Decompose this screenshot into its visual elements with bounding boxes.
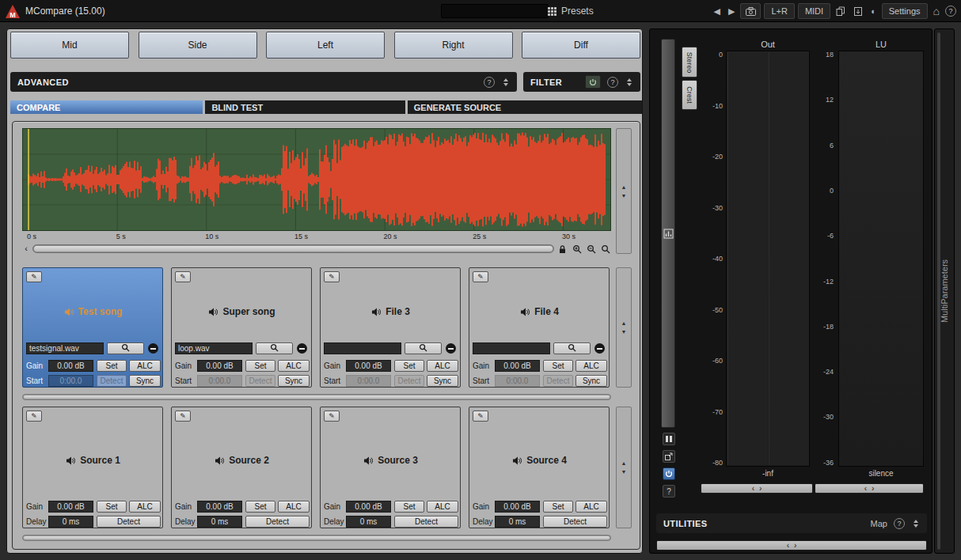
file-path-input[interactable] [324, 342, 401, 354]
help-button[interactable]: ? [945, 6, 956, 17]
sync-button[interactable]: Sync [129, 375, 161, 387]
sync-button[interactable]: Sync [427, 375, 458, 387]
delay-detect-button[interactable]: Detect [97, 516, 161, 528]
edit-slot-button[interactable]: ✎ [175, 411, 191, 422]
gain-set-button[interactable]: Set [543, 501, 573, 513]
delay-detect-button[interactable]: Detect [394, 516, 458, 528]
zoom-fit-button[interactable] [599, 244, 611, 254]
theme-toggle-button[interactable]: ◐ [868, 3, 879, 19]
row1-scroll-up-button[interactable]: ▲ [621, 320, 627, 326]
scrollbar-thumb[interactable] [24, 395, 610, 399]
browse-file-button[interactable] [405, 342, 442, 354]
mode-tab[interactable]: BLIND TEST [205, 100, 405, 114]
crest-meter-tab[interactable]: Crest [682, 80, 697, 110]
comparison-slot[interactable]: ✎ Test song Gain 0.00 dB Set ALC [22, 267, 163, 388]
out-meter-scrollbar[interactable]: ‹ › [701, 483, 813, 494]
source-slot[interactable]: ✎ Source 2 Gain 0.00 dB Set ALC Delay 0 … [171, 407, 312, 528]
sync-button[interactable]: Sync [278, 375, 310, 387]
delay-detect-button[interactable]: Detect [543, 516, 607, 528]
comparison-slot[interactable]: ✎ Super song Gain 0.00 dB Set ALC [171, 267, 312, 388]
gain-set-button[interactable]: Set [543, 360, 573, 372]
file-path-input[interactable] [473, 342, 550, 354]
source-slot[interactable]: ✎ Source 4 Gain 0.00 dB Set ALC Delay 0 … [469, 407, 610, 528]
edit-slot-button[interactable]: ✎ [324, 411, 340, 422]
row1-scroll-down-button[interactable]: ▼ [621, 329, 627, 335]
mode-tab[interactable]: COMPARE [10, 100, 203, 114]
source-slot[interactable]: ✎ Source 3 Gain 0.00 dB Set ALC Delay 0 … [320, 407, 461, 528]
utilities-collapse-spinner[interactable] [911, 520, 921, 528]
gain-value[interactable]: 0.00 dB [197, 360, 242, 372]
gain-value[interactable]: 0.00 dB [346, 360, 391, 372]
remove-file-button[interactable] [295, 342, 308, 354]
alc-button[interactable]: ALC [278, 501, 310, 513]
midi-button[interactable]: MIDI [798, 3, 830, 19]
advanced-collapse-spinner[interactable] [501, 78, 511, 86]
multiparameters-panel-handle[interactable]: MultiParameters [934, 28, 955, 554]
edit-slot-button[interactable]: ✎ [175, 271, 191, 282]
alc-button[interactable]: ALC [427, 501, 458, 513]
popup-meters-button[interactable] [663, 450, 675, 463]
gain-value[interactable]: 0.00 dB [48, 360, 93, 372]
alc-button[interactable]: ALC [575, 501, 607, 513]
filter-power-button[interactable] [585, 75, 601, 89]
copy-settings-button[interactable] [834, 3, 848, 19]
alc-button[interactable]: ALC [129, 501, 161, 513]
channel-mode-button[interactable]: Left [266, 32, 385, 59]
settings-button[interactable]: Settings [882, 3, 928, 19]
gain-value[interactable]: 0.00 dB [197, 501, 242, 513]
wave-zoom-down-button[interactable]: ▼ [621, 193, 627, 199]
edit-slot-button[interactable]: ✎ [473, 411, 488, 422]
slots-row1-hscrollbar[interactable] [22, 394, 611, 400]
stereo-meter-tab[interactable]: Stereo [682, 47, 697, 78]
gain-set-button[interactable]: Set [394, 501, 424, 513]
gain-value[interactable]: 0.00 dB [48, 501, 93, 513]
gain-set-button[interactable]: Set [97, 360, 127, 372]
map-button[interactable]: Map [871, 519, 887, 528]
waveform-display[interactable] [22, 128, 611, 231]
meters-help-button[interactable]: ? [663, 485, 675, 498]
gain-value[interactable]: 0.00 dB [495, 360, 540, 372]
remove-file-button[interactable] [146, 342, 159, 354]
mode-tab[interactable]: GENERATE SOURCE [408, 100, 642, 114]
zoom-in-button[interactable] [571, 244, 583, 254]
alc-button[interactable]: ALC [129, 360, 161, 372]
remove-file-button[interactable] [444, 342, 457, 354]
lr-channel-mode-button[interactable]: L+R [764, 3, 795, 19]
gain-set-button[interactable]: Set [245, 501, 275, 513]
delay-value[interactable]: 0 ms [197, 516, 242, 528]
scrollbar-track[interactable] [32, 244, 554, 253]
source-slot[interactable]: ✎ Source 1 Gain 0.00 dB Set ALC Delay 0 … [22, 407, 163, 528]
browse-file-button[interactable] [553, 342, 591, 354]
filter-collapse-spinner[interactable] [625, 78, 634, 86]
snapshot-button[interactable] [740, 3, 761, 19]
filter-help-button[interactable]: ? [607, 77, 618, 88]
slots-row2-hscrollbar[interactable] [22, 535, 611, 541]
browse-file-button[interactable] [256, 342, 293, 354]
alc-button[interactable]: ALC [278, 360, 310, 372]
channel-mode-button[interactable]: Mid [10, 32, 129, 59]
delay-value[interactable]: 0 ms [495, 516, 540, 528]
gain-value[interactable]: 0.00 dB [495, 501, 540, 513]
utilities-help-button[interactable]: ? [894, 518, 905, 529]
advanced-help-button[interactable]: ? [484, 77, 495, 88]
browse-file-button[interactable] [107, 342, 144, 354]
lock-zoom-button[interactable] [556, 244, 568, 254]
edit-slot-button[interactable]: ✎ [473, 271, 488, 282]
paste-settings-button[interactable] [851, 3, 865, 19]
wave-zoom-up-button[interactable]: ▲ [621, 184, 627, 190]
delay-detect-button[interactable]: Detect [245, 516, 310, 528]
file-path-input[interactable] [26, 342, 104, 354]
edit-slot-button[interactable]: ✎ [26, 271, 42, 282]
presets-button[interactable]: Presets [548, 3, 594, 19]
row2-scroll-up-button[interactable]: ▲ [621, 460, 627, 466]
gain-set-button[interactable]: Set [245, 360, 275, 372]
meters-power-button[interactable] [663, 467, 675, 480]
redo-forward-button[interactable]: ▶ [726, 3, 737, 19]
comparison-slot[interactable]: ✎ File 4 Gain 0.00 dB Set ALC [469, 267, 610, 388]
scroll-left-button[interactable]: ‹ [22, 244, 30, 254]
gain-set-button[interactable]: Set [97, 501, 127, 513]
lu-meter-scrollbar[interactable]: ‹ › [815, 483, 924, 494]
zoom-out-button[interactable] [585, 244, 597, 254]
pause-meters-button[interactable] [663, 433, 675, 445]
scrollbar-thumb[interactable] [24, 536, 610, 539]
